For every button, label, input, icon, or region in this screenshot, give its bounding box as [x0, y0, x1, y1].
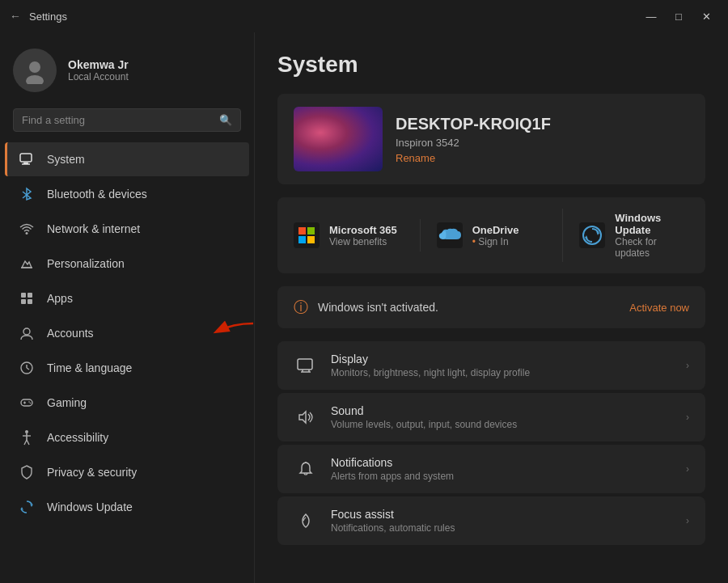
titlebar: ← Settings — □ ✕ [0, 0, 728, 32]
m365-icon [294, 222, 320, 248]
sound-chevron: › [686, 412, 689, 423]
warning-text: Windows isn't activated. [318, 301, 438, 314]
user-name: Okemwa Jr [68, 58, 129, 71]
svg-point-1 [26, 75, 44, 84]
notifications-name: Notifications [331, 456, 673, 469]
minimize-button[interactable]: — [639, 7, 663, 25]
svg-rect-12 [28, 299, 32, 304]
settings-item-display[interactable]: Display Monitors, brightness, night ligh… [277, 341, 705, 390]
svg-line-27 [27, 440, 29, 445]
focus-chevron: › [686, 515, 689, 526]
onedrive-subtitle: Sign In [472, 236, 519, 247]
back-button[interactable]: ← [10, 10, 21, 23]
winupdate-qa-text: Windows Update Check for updates [615, 212, 689, 259]
sidebar-item-time[interactable]: Time & language [5, 351, 249, 385]
sidebar-item-privacy[interactable]: Privacy & security [5, 455, 249, 489]
sidebar-item-label-gaming: Gaming [47, 396, 87, 409]
sidebar-item-label-accounts: Accounts [47, 327, 94, 340]
device-card: DESKTOP-KROIQ1F Inspiron 3542 Rename [277, 94, 705, 184]
display-name: Display [331, 353, 673, 365]
gaming-icon [18, 394, 36, 412]
device-name: DESKTOP-KROIQ1F [396, 115, 551, 133]
svg-point-13 [23, 328, 30, 335]
content-area: System DESKTOP-KROIQ1F Inspiron 3542 Ren… [255, 32, 728, 583]
display-text: Display Monitors, brightness, night ligh… [331, 353, 673, 378]
sidebar-item-label-apps: Apps [47, 292, 73, 305]
sidebar-nav: System Bluetooth & devices [0, 142, 254, 525]
device-image [294, 107, 383, 171]
sound-desc: Volume levels, output, input, sound devi… [331, 419, 673, 430]
svg-line-17 [27, 368, 29, 370]
display-desc: Monitors, brightness, night light, displ… [331, 367, 673, 378]
svg-rect-11 [21, 299, 26, 304]
arrow-annotation [209, 319, 255, 344]
network-icon [18, 220, 36, 238]
quick-action-onedrive[interactable]: OneDrive Sign In [420, 219, 547, 251]
settings-item-sound[interactable]: Sound Volume levels, output, input, soun… [277, 393, 705, 441]
warning-left: ⓘ Windows isn't activated. [294, 298, 438, 317]
bluetooth-icon [18, 185, 36, 203]
activate-now-button[interactable]: Activate now [629, 302, 689, 314]
search-input[interactable] [22, 114, 213, 126]
accounts-icon [18, 324, 36, 342]
system-icon [18, 150, 36, 168]
rename-button[interactable]: Rename [396, 152, 551, 164]
settings-list: Display Monitors, brightness, night ligh… [277, 341, 705, 545]
focus-name: Focus assist [331, 508, 673, 521]
quick-actions-bar: Microsoft 365 View benefits OneDrive Sig… [277, 197, 705, 273]
accessibility-icon [18, 429, 36, 446]
maximize-button[interactable]: □ [667, 7, 691, 25]
notifications-desc: Alerts from apps and system [331, 471, 673, 482]
quick-action-winupdate[interactable]: Windows Update Check for updates [562, 209, 689, 262]
notifications-icon [294, 457, 318, 481]
sidebar-item-apps[interactable]: Apps [5, 281, 249, 315]
svg-rect-31 [307, 236, 315, 243]
winupdate-qa-icon [579, 222, 605, 248]
settings-item-notifications[interactable]: Notifications Alerts from apps and syste… [277, 445, 705, 493]
svg-rect-28 [298, 227, 306, 234]
onedrive-text: OneDrive Sign In [472, 224, 519, 247]
svg-point-21 [28, 401, 30, 403]
warning-icon: ⓘ [294, 298, 308, 317]
svg-line-26 [24, 440, 27, 445]
quick-action-m365[interactable]: Microsoft 365 View benefits [294, 219, 404, 251]
onedrive-icon [437, 222, 463, 248]
device-info: DESKTOP-KROIQ1F Inspiron 3542 Rename [396, 115, 551, 164]
svg-rect-30 [298, 236, 306, 243]
sidebar-item-accounts[interactable]: Accounts [5, 316, 249, 350]
close-button[interactable]: ✕ [694, 7, 718, 25]
user-profile[interactable]: Okemwa Jr Local Account [0, 32, 254, 105]
sidebar-item-personalization[interactable]: Personalization [5, 247, 249, 281]
sidebar-item-network[interactable]: Network & internet [5, 212, 249, 246]
user-info: Okemwa Jr Local Account [68, 58, 129, 82]
m365-subtitle: View benefits [329, 236, 397, 247]
svg-rect-2 [20, 154, 32, 162]
onedrive-title: OneDrive [472, 224, 519, 236]
avatar [13, 49, 57, 92]
sidebar: Okemwa Jr Local Account 🔍 System [0, 32, 255, 583]
sidebar-item-system[interactable]: System [5, 142, 249, 176]
sidebar-item-bluetooth[interactable]: Bluetooth & devices [5, 177, 249, 211]
sound-name: Sound [331, 404, 673, 417]
settings-item-focus[interactable]: Focus assist Notifications, automatic ru… [277, 496, 705, 545]
sidebar-item-gaming[interactable]: Gaming [5, 386, 249, 420]
sidebar-item-accessibility[interactable]: Accessibility [5, 420, 249, 454]
sidebar-item-label-privacy: Privacy & security [47, 466, 137, 479]
sidebar-item-label-personalization: Personalization [47, 257, 125, 270]
display-chevron: › [686, 360, 689, 371]
focus-desc: Notifications, automatic rules [331, 522, 673, 534]
svg-point-0 [29, 61, 40, 73]
focus-text: Focus assist Notifications, automatic ru… [331, 508, 673, 534]
sound-icon [294, 405, 318, 429]
search-box[interactable]: 🔍 [13, 108, 241, 132]
window-controls: — □ ✕ [639, 7, 718, 25]
svg-point-23 [25, 430, 28, 433]
sound-text: Sound Volume levels, output, input, soun… [331, 404, 673, 430]
sidebar-item-winupdate[interactable]: Windows Update [5, 490, 249, 524]
winupdate-qa-title: Windows Update [615, 212, 689, 236]
notifications-chevron: › [686, 463, 689, 475]
apps-icon [18, 289, 36, 307]
device-model: Inspiron 3542 [396, 137, 551, 149]
winupdate-icon [18, 498, 36, 516]
svg-rect-33 [298, 359, 312, 370]
